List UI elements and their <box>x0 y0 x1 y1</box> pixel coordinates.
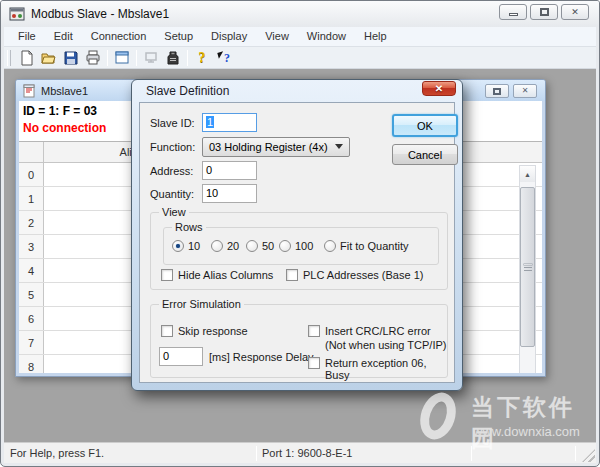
child-maximize-button[interactable] <box>485 84 509 98</box>
row-header[interactable]: 0 <box>19 163 44 186</box>
checkbox-icon <box>161 325 173 337</box>
status-help-pane: For Help, press F1. <box>4 443 254 463</box>
radio-icon <box>279 240 291 252</box>
row-header[interactable]: 8 <box>19 355 44 373</box>
radio-rows-10[interactable]: 10 <box>172 240 200 252</box>
insert-crc-note: (Not when using TCP/IP) <box>325 339 446 351</box>
child-close-icon: ✕ <box>522 87 529 95</box>
resize-grip[interactable] <box>582 449 595 462</box>
row-header[interactable]: 2 <box>19 211 44 234</box>
maximize-button[interactable] <box>530 4 558 20</box>
row-header[interactable]: 5 <box>19 283 44 306</box>
function-dropdown[interactable]: 03 Holding Register (4x) <box>202 137 350 157</box>
menu-connection[interactable]: Connection <box>82 28 156 45</box>
help-button[interactable]: ? <box>191 48 213 68</box>
menu-display[interactable]: Display <box>202 28 256 45</box>
titlebar[interactable]: Modbus Slave - Mbslave1 ✕ <box>1 1 599 27</box>
close-button[interactable]: ✕ <box>561 4 589 20</box>
row-header[interactable]: 6 <box>19 307 44 330</box>
print-button[interactable] <box>82 48 104 68</box>
status-bar: For Help, press F1. Port 1: 9600-8-E-1 <box>4 442 596 463</box>
menu-edit[interactable]: Edit <box>45 28 82 45</box>
radio-rows-50[interactable]: 50 <box>246 240 274 252</box>
rows-group-label: Rows <box>172 221 206 233</box>
menubar: File Edit Connection Setup Display View … <box>4 27 596 47</box>
address-input[interactable]: 0 <box>202 161 257 180</box>
insert-crc-checkbox[interactable]: Insert CRC/LRC error <box>308 325 431 337</box>
return-exception-checkbox[interactable]: Return exception 06, Busy <box>308 357 447 381</box>
new-document-button[interactable] <box>16 48 38 68</box>
scrollbar-thumb[interactable] <box>520 187 535 347</box>
dialog-body: Slave ID: 1 OK Function: 03 Holding Regi… <box>139 102 455 383</box>
checkbox-icon <box>308 325 320 337</box>
open-file-button[interactable] <box>38 48 60 68</box>
row-header[interactable]: 1 <box>19 187 44 210</box>
radio-rows-20[interactable]: 20 <box>211 240 239 252</box>
communication-traffic-icon <box>165 50 181 66</box>
menu-view[interactable]: View <box>256 28 298 45</box>
menu-help[interactable]: Help <box>355 28 396 45</box>
vertical-scrollbar[interactable]: ▲ ▼ <box>519 165 536 373</box>
save-icon <box>63 50 79 66</box>
dialog-title: Slave Definition <box>146 84 229 98</box>
toolbar-separator <box>107 50 108 66</box>
radio-rows-100[interactable]: 100 <box>279 240 313 252</box>
row-header[interactable]: 4 <box>19 259 44 282</box>
menu-setup[interactable]: Setup <box>155 28 202 45</box>
status-separator <box>575 446 576 461</box>
save-button[interactable] <box>60 48 82 68</box>
skip-response-checkbox[interactable]: Skip response <box>161 325 248 337</box>
display-setup-icon <box>114 50 130 66</box>
radio-icon <box>172 240 184 252</box>
radio-fit-to-quantity[interactable]: Fit to Quantity <box>324 240 408 252</box>
context-help-button[interactable]: ? <box>213 48 235 68</box>
ok-button[interactable]: OK <box>392 114 458 137</box>
grid-corner-cell[interactable] <box>19 142 44 162</box>
app-icon <box>9 6 25 22</box>
response-delay-input[interactable]: 0 <box>159 347 203 366</box>
plc-addresses-checkbox[interactable]: PLC Addresses (Base 1) <box>286 269 423 281</box>
slave-id-input[interactable]: 1 <box>202 113 257 132</box>
status-separator <box>471 446 472 461</box>
child-close-button[interactable]: ✕ <box>513 84 537 98</box>
radio-icon <box>211 240 223 252</box>
status-port-pane: Port 1: 9600-8-E-1 <box>256 443 470 463</box>
connection-button-disabled[interactable] <box>140 48 162 68</box>
dialog-close-button[interactable]: ✕ <box>422 81 456 96</box>
communication-traffic-button[interactable] <box>162 48 184 68</box>
slave-id-label: Slave ID: <box>150 117 195 129</box>
scroll-up-arrow[interactable]: ▲ <box>520 166 535 182</box>
error-group-label: Error Simulation <box>159 298 244 310</box>
open-folder-icon <box>41 50 57 66</box>
response-delay-label: [ms] Response Delay <box>209 351 314 363</box>
child-maximize-icon <box>493 88 501 95</box>
display-setup-button[interactable] <box>111 48 133 68</box>
mbslave1-title: Mbslave1 <box>41 85 88 97</box>
row-header[interactable]: 7 <box>19 331 44 354</box>
context-help-icon: ? <box>216 50 232 66</box>
minimize-button[interactable] <box>499 4 527 20</box>
radio-icon <box>246 240 258 252</box>
close-icon: ✕ <box>571 8 579 17</box>
checkbox-icon <box>161 269 173 281</box>
toolbar-separator <box>187 50 188 66</box>
dialog-close-icon: ✕ <box>435 83 443 94</box>
view-group: View Rows 10 20 50 100 Fit to Quantity H… <box>150 212 448 290</box>
error-simulation-group: Error Simulation Skip response Insert CR… <box>150 304 448 378</box>
hide-alias-checkbox[interactable]: Hide Alias Columns <box>161 269 273 281</box>
toolbar-gripper[interactable] <box>7 50 11 66</box>
row-header[interactable]: 3 <box>19 235 44 258</box>
quantity-input[interactable]: 10 <box>202 184 257 203</box>
document-icon <box>22 84 36 98</box>
address-label: Address: <box>150 165 193 177</box>
function-label: Function: <box>150 141 195 153</box>
connection-icon <box>143 50 159 66</box>
minimize-icon <box>509 13 518 16</box>
cancel-button[interactable]: Cancel <box>392 144 458 165</box>
help-icon: ? <box>199 50 206 66</box>
slave-definition-dialog: Slave Definition ✕ Slave ID: 1 OK Functi… <box>131 79 463 391</box>
quantity-label: Quantity: <box>150 188 194 200</box>
menu-window[interactable]: Window <box>298 28 355 45</box>
menu-file[interactable]: File <box>9 28 45 45</box>
print-icon <box>85 50 101 66</box>
